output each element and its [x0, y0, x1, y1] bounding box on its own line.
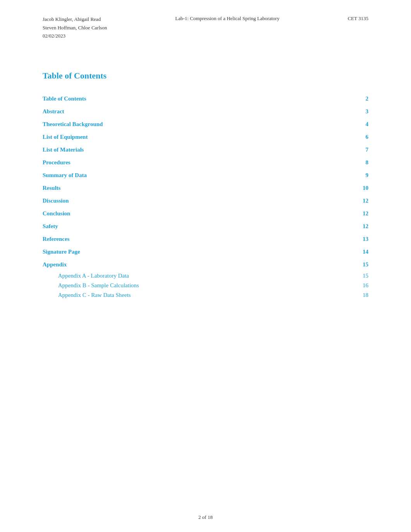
- page: Jacob Klingler, Abigail Read Steven Hoff…: [0, 0, 411, 532]
- toc-item-page: 8: [320, 156, 368, 169]
- toc-item-label: Discussion: [43, 194, 320, 207]
- toc-item-page: 10: [320, 182, 368, 194]
- toc-item-label: Appendix C - Raw Data Sheets: [43, 290, 320, 300]
- toc-item-label: Appendix: [43, 258, 320, 271]
- toc-table: Table of Contents2Abstract3Theoretical B…: [43, 92, 368, 300]
- toc-heading: Table of Contents: [43, 71, 368, 81]
- toc-item-page: 9: [320, 169, 368, 182]
- header-course: CET 3135: [348, 15, 368, 22]
- toc-item-label: Appendix B - Sample Calculations: [43, 281, 320, 290]
- toc-row[interactable]: Theoretical Background4: [43, 118, 368, 131]
- toc-item-page: 3: [320, 105, 368, 118]
- toc-item-label: List of Materials: [43, 143, 320, 156]
- toc-row[interactable]: Appendix15: [43, 258, 368, 271]
- toc-item-page: 12: [320, 220, 368, 233]
- toc-row[interactable]: Appendix C - Raw Data Sheets18: [43, 290, 368, 300]
- page-number: 2 of 18: [199, 514, 213, 520]
- toc-item-page: 18: [320, 290, 368, 300]
- header-title: Lab-1: Compression of a Helical Spring L…: [107, 15, 348, 22]
- toc-row[interactable]: Discussion12: [43, 194, 368, 207]
- toc-row[interactable]: Procedures8: [43, 156, 368, 169]
- toc-item-page: 4: [320, 118, 368, 131]
- toc-item-label: Safety: [43, 220, 320, 233]
- toc-row[interactable]: Safety12: [43, 220, 368, 233]
- toc-item-label: Procedures: [43, 156, 320, 169]
- toc-row[interactable]: List of Equipment6: [43, 131, 368, 143]
- toc-item-page: 7: [320, 143, 368, 156]
- toc-row[interactable]: Signature Page14: [43, 246, 368, 258]
- toc-item-page: 6: [320, 131, 368, 143]
- toc-item-page: 16: [320, 281, 368, 290]
- page-header: Jacob Klingler, Abigail Read Steven Hoff…: [43, 15, 368, 40]
- toc-row[interactable]: Summary of Data9: [43, 169, 368, 182]
- toc-row[interactable]: Abstract3: [43, 105, 368, 118]
- header-authors-block: Jacob Klingler, Abigail Read Steven Hoff…: [43, 15, 107, 40]
- toc-item-label: Table of Contents: [43, 92, 320, 105]
- header-authors-line2: Steven Hoffman, Chloe Carlson: [43, 24, 107, 32]
- toc-row[interactable]: Conclusion12: [43, 207, 368, 220]
- toc-item-page: 12: [320, 207, 368, 220]
- toc-row[interactable]: References13: [43, 233, 368, 246]
- toc-item-label: Abstract: [43, 105, 320, 118]
- toc-item-page: 2: [320, 92, 368, 105]
- toc-row[interactable]: Results10: [43, 182, 368, 194]
- toc-item-label: Conclusion: [43, 207, 320, 220]
- toc-item-label: Signature Page: [43, 246, 320, 258]
- page-footer: 2 of 18: [0, 514, 411, 520]
- toc-item-label: Theoretical Background: [43, 118, 320, 131]
- toc-row[interactable]: Appendix A - Laboratory Data15: [43, 271, 368, 281]
- toc-item-page: 15: [320, 258, 368, 271]
- toc-row[interactable]: Appendix B - Sample Calculations16: [43, 281, 368, 290]
- toc-item-page: 12: [320, 194, 368, 207]
- toc-item-label: References: [43, 233, 320, 246]
- header-date: 02/02/2023: [43, 32, 107, 40]
- toc-row[interactable]: List of Materials7: [43, 143, 368, 156]
- toc-item-page: 15: [320, 271, 368, 281]
- toc-item-label: List of Equipment: [43, 131, 320, 143]
- toc-item-label: Summary of Data: [43, 169, 320, 182]
- toc-item-page: 13: [320, 233, 368, 246]
- toc-item-label: Results: [43, 182, 320, 194]
- toc-item-label: Appendix A - Laboratory Data: [43, 271, 320, 281]
- toc-row[interactable]: Table of Contents2: [43, 92, 368, 105]
- header-authors-line1: Jacob Klingler, Abigail Read: [43, 15, 107, 23]
- toc-item-page: 14: [320, 246, 368, 258]
